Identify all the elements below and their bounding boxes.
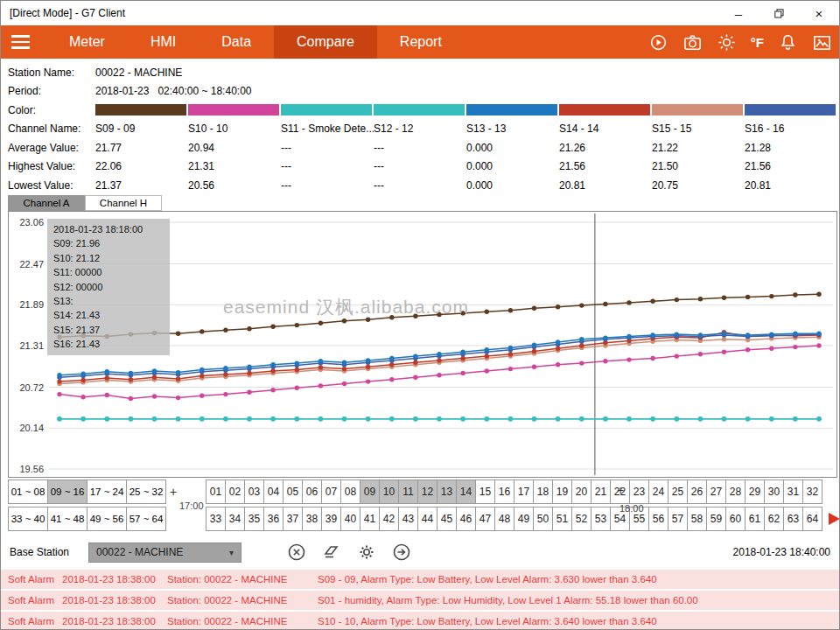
- channel-cell-47[interactable]: 47: [475, 507, 495, 531]
- footer-bar: Base Station 00022 - MACHINE ▾ 2018-01-2…: [1, 536, 839, 568]
- channel-cell-57[interactable]: 57: [668, 507, 688, 531]
- channel-cell-15[interactable]: 15: [475, 480, 495, 504]
- nav-item-report[interactable]: Report: [377, 25, 465, 59]
- minimize-button[interactable]: –: [718, 1, 759, 25]
- nav-item-hmi[interactable]: HMI: [128, 25, 199, 59]
- channel-group-cell[interactable]: 41 ~ 48: [47, 507, 88, 531]
- temperature-unit-icon[interactable]: °F: [751, 32, 764, 52]
- channel-cell-26[interactable]: 26: [687, 480, 707, 504]
- channel-cell-33[interactable]: 33: [206, 507, 226, 531]
- channel-cell-41[interactable]: 41: [360, 507, 380, 531]
- channel-cell-39[interactable]: 39: [321, 507, 341, 531]
- alarm-bell-icon[interactable]: [777, 32, 798, 52]
- channel-cell-43[interactable]: 43: [398, 507, 418, 531]
- channel-cell-56[interactable]: 56: [648, 507, 668, 531]
- channel-cell-62[interactable]: 62: [764, 507, 784, 531]
- channel-cell-19[interactable]: 19: [552, 480, 572, 504]
- zoom-plus-icon[interactable]: +: [617, 483, 624, 497]
- channel-cell-38[interactable]: 38: [302, 507, 322, 531]
- nav-item-compare[interactable]: Compare: [274, 25, 377, 59]
- channel-cell-23[interactable]: 23: [629, 480, 649, 504]
- channel-cell-64[interactable]: 64: [802, 507, 822, 531]
- channel-cell-12[interactable]: 12: [417, 480, 438, 504]
- channel-cell-07[interactable]: 07: [321, 480, 341, 504]
- alarm-row[interactable]: Soft Alarm2018-01-23 18:38:00Station: 00…: [1, 591, 839, 610]
- clear-icon[interactable]: [285, 541, 308, 564]
- channel-cell-32[interactable]: 32: [802, 480, 822, 504]
- picture-icon[interactable]: [811, 32, 832, 52]
- alarm-row[interactable]: Soft Alarm2018-01-23 18:38:00Station: 00…: [1, 612, 839, 630]
- channel-cell-16[interactable]: 16: [494, 480, 514, 504]
- channel-cell-50[interactable]: 50: [533, 507, 553, 531]
- channel-cell-40[interactable]: 40: [340, 507, 360, 531]
- channel-cell-48[interactable]: 48: [494, 507, 514, 531]
- grid-row-1: 01 ~ 0809 ~ 1617 ~ 2425 ~ 32+01020304050…: [8, 480, 822, 504]
- tab-channel-h[interactable]: Channel H: [85, 195, 162, 211]
- chart-area[interactable]: 23.0622.4721.8921.3120.7220.1419.56 ease…: [8, 211, 837, 478]
- channel-cell-20[interactable]: 20: [571, 480, 592, 504]
- channel-cell-03[interactable]: 03: [244, 480, 264, 504]
- channel-cell-14[interactable]: 14: [456, 480, 476, 504]
- channel-cell-59[interactable]: 59: [706, 507, 726, 531]
- nav-item-meter[interactable]: Meter: [46, 25, 128, 59]
- channel-cell-13[interactable]: 13: [437, 480, 457, 504]
- channel-cell-58[interactable]: 58: [687, 507, 707, 531]
- channel-cell-51[interactable]: 51: [552, 507, 572, 531]
- camera-icon[interactable]: [682, 32, 704, 52]
- base-station-select[interactable]: 00022 - MACHINE ▾: [88, 542, 242, 563]
- tab-channel-a[interactable]: Channel A: [8, 195, 85, 211]
- channel-cell-27[interactable]: 27: [706, 480, 726, 504]
- channel-cell-37[interactable]: 37: [283, 507, 303, 531]
- channel-cell-34[interactable]: 34: [225, 507, 245, 531]
- next-arrow-icon[interactable]: [829, 513, 840, 525]
- channel-group-cell[interactable]: 17 ~ 24: [87, 480, 127, 504]
- menu-icon[interactable]: [1, 25, 39, 59]
- channel-group-cell[interactable]: 33 ~ 40: [8, 507, 48, 531]
- channel-cell-18[interactable]: 18: [533, 480, 553, 504]
- channel-cell-17[interactable]: 17: [514, 480, 534, 504]
- channel-cell-49[interactable]: 49: [514, 507, 534, 531]
- channel-cell-11[interactable]: 11: [398, 480, 418, 504]
- channel-cell-21[interactable]: 21: [591, 480, 611, 504]
- channel-cell-53[interactable]: 53: [591, 507, 611, 531]
- channel-cell-30[interactable]: 30: [764, 480, 784, 504]
- channel-group-cell[interactable]: 01 ~ 08: [8, 480, 48, 504]
- channel-group-cell[interactable]: 57 ~ 64: [126, 507, 166, 531]
- channel-group-cell[interactable]: 25 ~ 32: [126, 480, 166, 504]
- channel-cell-01[interactable]: 01: [206, 480, 226, 504]
- channel-group-cell[interactable]: 49 ~ 56: [87, 507, 127, 531]
- channel-cell-08[interactable]: 08: [340, 480, 360, 504]
- channel-cell-29[interactable]: 29: [745, 480, 765, 504]
- eraser-icon[interactable]: [320, 541, 343, 564]
- channel-cell-05[interactable]: 05: [283, 480, 303, 504]
- maximize-button[interactable]: [759, 1, 799, 25]
- channel-cell-52[interactable]: 52: [571, 507, 592, 531]
- channel-cell-36[interactable]: 36: [263, 507, 284, 531]
- channel-cell-09[interactable]: 09: [360, 480, 380, 504]
- sync-icon[interactable]: [648, 32, 669, 52]
- channel-cell-31[interactable]: 31: [783, 480, 803, 504]
- channel-group-cell[interactable]: 09 ~ 16: [47, 480, 88, 504]
- channel-cell-04[interactable]: 04: [263, 480, 284, 504]
- channel-cell-25[interactable]: 25: [668, 480, 688, 504]
- channel-cell-61[interactable]: 61: [745, 507, 765, 531]
- nav-item-data[interactable]: Data: [199, 25, 274, 59]
- channel-cell-44[interactable]: 44: [417, 507, 438, 531]
- channel-cell-06[interactable]: 06: [302, 480, 322, 504]
- settings-icon[interactable]: [355, 541, 378, 564]
- channel-cell-02[interactable]: 02: [225, 480, 245, 504]
- channel-cell-45[interactable]: 45: [437, 507, 457, 531]
- channel-cell-42[interactable]: 42: [379, 507, 399, 531]
- average-label: Average Value:: [1, 142, 95, 154]
- channel-cell-46[interactable]: 46: [456, 507, 476, 531]
- brightness-icon[interactable]: [717, 32, 738, 52]
- channel-cell-10[interactable]: 10: [379, 480, 399, 504]
- channel-cell-63[interactable]: 63: [783, 507, 803, 531]
- channel-cell-35[interactable]: 35: [244, 507, 264, 531]
- channel-cell-24[interactable]: 24: [648, 480, 668, 504]
- apply-icon[interactable]: [390, 541, 413, 564]
- close-button[interactable]: ×: [799, 1, 839, 25]
- channel-cell-60[interactable]: 60: [725, 507, 746, 531]
- channel-cell-28[interactable]: 28: [725, 480, 746, 504]
- alarm-row[interactable]: Soft Alarm2018-01-23 18:38:00Station: 00…: [1, 570, 839, 589]
